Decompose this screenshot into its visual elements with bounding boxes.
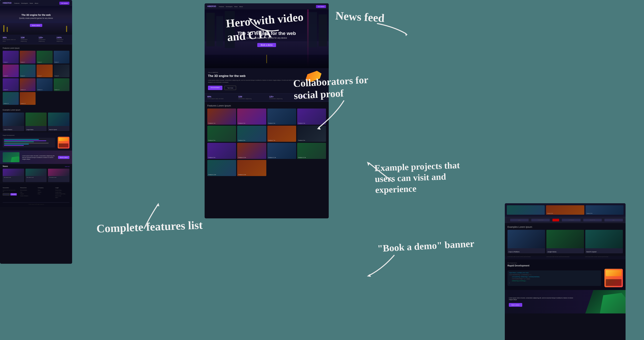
left-nav-cta[interactable]: Get started [59,2,70,5]
left-feature-11[interactable]: Feature 11 [36,78,52,91]
center-stat-4-val: 240% [300,96,326,98]
center-feature-6[interactable]: Feature 6 ● [237,126,266,142]
left-examples-title: Examples Lorem Ipsum [3,109,70,111]
left-stat-4-val: 240% [56,37,70,39]
center-nav-cta[interactable]: Get started [316,5,326,8]
center-feature-14[interactable]: Feature 14 ● [237,160,266,176]
center-feature-8[interactable]: Feature 8 ● [297,126,326,142]
left-feature-3[interactable]: Feature 3 [36,51,52,64]
center-stat-2-label: consectetur adipiscing [238,98,264,99]
center-feature-9[interactable]: Feature 9 ● [207,143,236,159]
center-feature-7[interactable]: Feature 7 ● [267,126,296,142]
cr-collab-dv: DV [604,219,623,221]
cr-collab-dia: DIA [510,219,528,221]
cr-banner-btn[interactable]: Book a demo [509,303,522,307]
left-footer-privacy[interactable]: Privacy Policy [55,190,70,191]
center-hero-text: The 3D engine for the web Quickly create… [238,31,296,47]
center-spaceship [305,72,322,81]
center-feature-13[interactable]: Feature 13 ● [207,160,236,176]
cr-examples-title: Examples Lorem Ipsum [508,226,623,228]
center-try-btn[interactable]: Try it now [224,86,236,90]
cr-example-cops[interactable]: Cops & Robbers [508,230,545,253]
cr-collab-partners: PARTNERS [562,219,580,221]
left-feature-8[interactable]: Feature 8 [54,65,70,77]
cr-feature-14b[interactable]: Feature 14 ● [586,205,624,215]
left-footer-faq[interactable]: FAQ [20,191,34,193]
left-footer-press[interactable]: Press [38,193,52,195]
code-line-6 [4,145,24,146]
left-feature-5[interactable]: Feature 5 [3,65,18,77]
center-feature-11[interactable]: Feature 11 ● [267,143,296,159]
left-hero-text: The 3D engine for the web Quickly create… [19,14,53,27]
left-feature-7[interactable]: Feature 7 [36,65,52,77]
left-feature-13[interactable]: Feature 13 [3,92,18,105]
center-feature-12[interactable]: Feature 12 ● [297,143,326,159]
left-footer-cookie[interactable]: Cookie Policy [55,191,70,193]
left-footer-content[interactable]: Content Creator Policy [55,193,70,195]
center-nav-dev: Developers [226,6,232,7]
left-feature-4[interactable]: Feature 4 [54,51,70,64]
left-news-3[interactable]: The news is out! [48,169,70,182]
center-stat-3-label: consectetur adipiscing [269,98,295,99]
cr-code-block: import React, { useState } from 'react';… [508,270,601,286]
center-feature-3[interactable]: Feature 3 ● [267,108,296,125]
left-footer-resources-title: Resources [20,187,34,189]
left-footer-about[interactable]: About [38,190,52,191]
left-footer-legal-title: Legal [55,187,70,189]
left-news-1-title: The news is out! [3,176,24,179]
cr-examples-grid: Cops & Robbers Jungle Mania Need fo Spee… [508,230,623,253]
center-feature-4[interactable]: Feature 4 ● [297,108,326,125]
left-footer-legal: Legal Privacy Policy Cookie Policy Conte… [55,187,70,199]
left-feature-9[interactable]: Feature 9 [3,78,18,91]
cr-feature-14[interactable]: Feature 13 ● [546,205,584,215]
left-feature-12[interactable]: Feature 12 [54,78,70,91]
left-news-2[interactable]: The news is out! [25,169,46,182]
left-feature-6[interactable]: Feature 6 [20,65,36,77]
center-stat-1-label: Lorem ipsum dolor sit amet [207,98,233,99]
left-example-cops[interactable]: Cops & Robbers [3,113,24,131]
left-footer-terms[interactable]: Terms of Use [55,195,70,196]
center-feature-5[interactable]: Feature 5 ● [207,126,236,142]
panel-center: HIBER3D Features Developers News About G… [204,3,329,218]
center-tagline: This is HIBER3D. The 3D engine for the w… [204,68,329,94]
annotation-news-feed: News feed [335,9,385,25]
left-hero: The 3D engine for the web Quickly create… [0,6,72,35]
left-stat-3-val: 125+ [38,37,52,39]
center-nav-features: Features [219,6,224,7]
left-footer-doc[interactable]: Documentation [20,190,34,191]
left-examples: Examples Lorem Ipsum Cops & Robbers Jung… [0,107,72,132]
center-feature-2[interactable]: Feature 2 ● [237,108,266,125]
cr-feature-13[interactable] [507,205,545,215]
left-nav-item-news: News [30,2,33,4]
cr-example-speed[interactable]: Need fo Speed [585,230,623,253]
left-footer-hiber[interactable]: Hiber+ [55,197,70,198]
left-footer-investor[interactable]: Investor Relations [20,195,34,196]
cr-example-jungle[interactable]: Jungle Mania [546,230,584,253]
left-features: Features Lorem Ipsum Feature 1 Feature 2… [0,44,72,107]
left-example-speed[interactable]: Need fo Speed [48,113,70,131]
cr-banner-text-area: Lorem ipsum dolor sit amet, consectetur … [509,297,622,306]
left-feature-10[interactable]: Feature 10 [20,78,36,91]
center-doc-btn[interactable]: Documentation [208,86,222,90]
cr-code-3: const [watching, setWatching] = useState… [509,276,600,277]
center-feature-1[interactable]: Feature 1 ● [207,108,236,125]
left-footer-careers[interactable]: Careers [38,191,52,193]
left-footer-support[interactable]: Support [20,193,34,195]
left-news-1[interactable]: The news is out! [3,169,24,182]
left-stats: 99% Lorem ipsum dolor sit amet 32M conse… [0,35,72,44]
left-feature-2[interactable]: Feature 2 [20,51,36,64]
center-feature-10[interactable]: Feature 10 ● [237,143,266,159]
left-feature-1[interactable]: Feature 1 [3,51,18,64]
center-features-title: Features Lorem Ipsum [207,104,326,107]
left-example-jungle[interactable]: Jungle Mania [25,113,46,131]
left-3d-box [58,137,70,148]
panel-left: HIBER3D Features Developers News About G… [0,0,72,264]
left-news-viewall[interactable]: View all [65,165,70,167]
left-footer-email-input[interactable] [3,193,10,196]
left-hero-cta[interactable]: Book a demo [30,24,42,27]
center-hero-cta[interactable]: Book a demo [258,43,276,47]
left-banner-btn[interactable]: Book a demo [58,156,70,159]
left-feature-14[interactable]: Feature 14 [20,92,36,105]
left-footer-subscribe-btn[interactable]: Subscribe [10,193,17,196]
cr-collab-linemusic: LINE MUSIC [531,219,550,221]
